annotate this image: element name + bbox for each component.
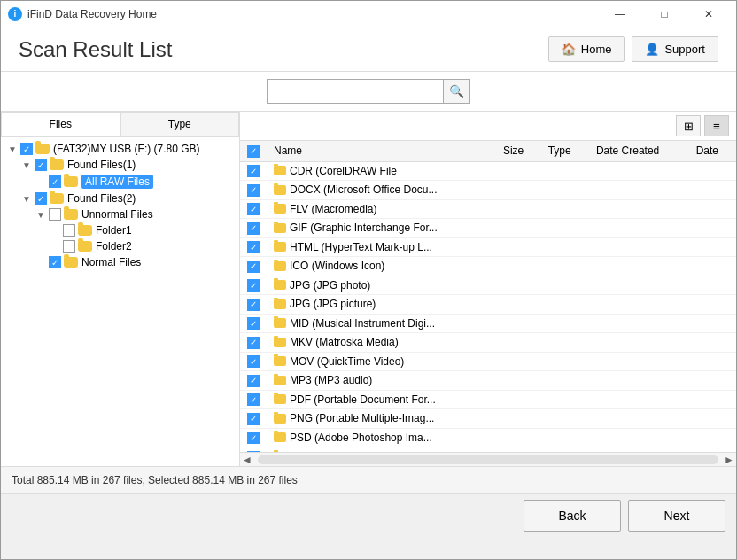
expander-folder2[interactable] <box>49 240 61 253</box>
row-checkbox[interactable]: ✓ <box>247 222 260 235</box>
row-checkbox-cell[interactable]: ✓ <box>240 199 267 219</box>
row-checkbox[interactable]: ✓ <box>247 355 260 368</box>
table-row[interactable]: ✓FLV (Macromedia) <box>240 199 736 219</box>
label-normal[interactable]: Normal Files <box>81 256 141 268</box>
table-row[interactable]: ✓PNG (Portable Multiple-Imag... <box>240 409 736 429</box>
row-checkbox-cell[interactable]: ✓ <box>240 276 267 295</box>
checkbox-rawfiles[interactable]: ✓ <box>49 175 61 188</box>
expander-folder1[interactable] <box>49 224 61 237</box>
minimize-button[interactable]: — <box>600 1 640 27</box>
row-checkbox-cell[interactable]: ✓ <box>240 428 267 447</box>
row-checkbox-cell[interactable]: ✓ <box>240 371 267 391</box>
checkbox-unnormal[interactable] <box>49 208 61 221</box>
table-row[interactable]: ✓JPG (JPG picture) <box>240 295 736 315</box>
checkbox-folder2[interactable] <box>63 240 75 253</box>
row-checkbox[interactable]: ✓ <box>247 337 260 349</box>
row-checkbox[interactable]: ✓ <box>247 261 260 273</box>
file-table-container[interactable]: ✓ Name Size Type Date Created Date ✓CDR … <box>240 141 736 452</box>
row-checkbox[interactable]: ✓ <box>247 432 260 444</box>
row-checkbox-cell[interactable]: ✓ <box>240 390 267 409</box>
row-checkbox[interactable]: ✓ <box>247 299 260 311</box>
label-found1[interactable]: Found Files(1) <box>67 159 136 171</box>
table-row[interactable]: ✓MP3 (MP3 audio) <box>240 371 736 391</box>
label-rawfiles[interactable]: All RAW Files <box>81 175 153 189</box>
table-row[interactable]: ✓GIF (Graphic Interchange For... <box>240 219 736 238</box>
tab-type[interactable]: Type <box>120 112 240 136</box>
next-button[interactable]: Next <box>628 500 725 532</box>
table-row[interactable]: ✓PDF (Portable Document For... <box>240 390 736 409</box>
row-checkbox[interactable]: ✓ <box>247 413 260 425</box>
col-size[interactable]: Size <box>496 141 541 161</box>
tab-files[interactable]: Files <box>1 112 120 136</box>
horizontal-scroll-area[interactable]: ◄ ► <box>240 452 736 466</box>
list-view-button[interactable]: ≡ <box>704 115 729 136</box>
table-row[interactable]: ✓CDR (CorelDRAW File <box>240 161 736 181</box>
table-row[interactable]: ✓PSD (Adobe Photoshop Ima... <box>240 428 736 447</box>
maximize-button[interactable]: □ <box>644 1 685 27</box>
row-checkbox-cell[interactable]: ✓ <box>240 237 267 257</box>
checkbox-found1[interactable]: ✓ <box>35 159 47 171</box>
table-row[interactable]: ✓MID (Musical Instrument Digi... <box>240 314 736 333</box>
expander-unnormal[interactable]: ▼ <box>35 208 47 221</box>
close-button[interactable]: ✕ <box>688 1 729 27</box>
scroll-left-arrow[interactable]: ◄ <box>240 454 254 466</box>
header-checkbox[interactable]: ✓ <box>247 145 260 158</box>
row-name: PSD (Adobe Photoshop Ima... <box>267 428 496 447</box>
search-input[interactable] <box>267 79 444 104</box>
table-row[interactable]: ✓JPG (JPG photo) <box>240 276 736 295</box>
row-checkbox-cell[interactable]: ✓ <box>240 333 267 353</box>
row-checkbox[interactable]: ✓ <box>247 203 260 215</box>
row-checkbox[interactable]: ✓ <box>247 279 260 292</box>
grid-view-button[interactable]: ⊞ <box>676 115 701 136</box>
expander-found2[interactable]: ▼ <box>20 192 33 205</box>
label-found2[interactable]: Found Files(2) <box>67 192 136 205</box>
checkbox-root[interactable]: ✓ <box>20 143 33 155</box>
row-checkbox-cell[interactable]: ✓ <box>240 219 267 238</box>
horizontal-scrollbar[interactable] <box>258 455 718 464</box>
table-row[interactable]: ✓MOV (QuickTime Video) <box>240 352 736 371</box>
row-checkbox[interactable]: ✓ <box>247 375 260 387</box>
col-type[interactable]: Type <box>541 141 589 161</box>
col-date-created[interactable]: Date Created <box>589 141 689 161</box>
expander-root[interactable]: ▼ <box>6 143 19 155</box>
expander-normal[interactable] <box>35 256 47 268</box>
expander-found1[interactable]: ▼ <box>20 159 33 171</box>
back-button[interactable]: Back <box>524 500 621 532</box>
row-date-created <box>589 219 689 238</box>
search-button[interactable]: 🔍 <box>444 79 470 104</box>
row-checkbox[interactable]: ✓ <box>247 317 260 330</box>
row-checkbox-cell[interactable]: ✓ <box>240 295 267 315</box>
home-label: Home <box>581 43 612 56</box>
row-date <box>689 257 736 276</box>
row-checkbox-cell[interactable]: ✓ <box>240 352 267 371</box>
scroll-right-arrow[interactable]: ► <box>722 454 736 466</box>
row-checkbox-cell[interactable]: ✓ <box>240 161 267 181</box>
col-name[interactable]: Name <box>267 141 496 161</box>
row-checkbox-cell[interactable]: ✓ <box>240 409 267 429</box>
checkbox-folder1[interactable] <box>63 224 75 237</box>
main-content: Files Type ▼ ✓ (FAT32)MY USB (F:) (7.80 … <box>1 112 736 466</box>
home-button[interactable]: 🏠 Home <box>548 36 625 62</box>
table-row[interactable]: ✓DOCX (Microsoft Office Docu... <box>240 181 736 200</box>
table-row[interactable]: ✓ICO (Windows Icon) <box>240 257 736 276</box>
row-checkbox-cell[interactable]: ✓ <box>240 314 267 333</box>
support-button[interactable]: 👤 Support <box>632 36 718 62</box>
checkbox-found2[interactable]: ✓ <box>35 192 47 205</box>
row-checkbox-cell[interactable]: ✓ <box>240 257 267 276</box>
row-checkbox-cell[interactable]: ✓ <box>240 181 267 200</box>
table-row[interactable]: ✓MKV (Matroska Media) <box>240 333 736 353</box>
row-checkbox[interactable]: ✓ <box>247 393 260 406</box>
row-checkbox[interactable]: ✓ <box>247 165 260 177</box>
label-folder1[interactable]: Folder1 <box>96 224 132 237</box>
label-root[interactable]: (FAT32)MY USB (F:) (7.80 GB) <box>53 143 200 155</box>
expander-rawfiles[interactable] <box>35 175 47 188</box>
checkbox-normal[interactable]: ✓ <box>49 256 61 268</box>
row-date <box>689 371 736 391</box>
row-checkbox[interactable]: ✓ <box>247 184 260 197</box>
row-name: PDF (Portable Document For... <box>267 390 496 409</box>
col-date[interactable]: Date <box>689 141 736 161</box>
table-row[interactable]: ✓HTML (HyperText Mark-up L... <box>240 237 736 257</box>
label-unnormal[interactable]: Unnormal Files <box>81 208 153 221</box>
label-folder2[interactable]: Folder2 <box>96 240 132 253</box>
row-checkbox[interactable]: ✓ <box>247 241 260 253</box>
